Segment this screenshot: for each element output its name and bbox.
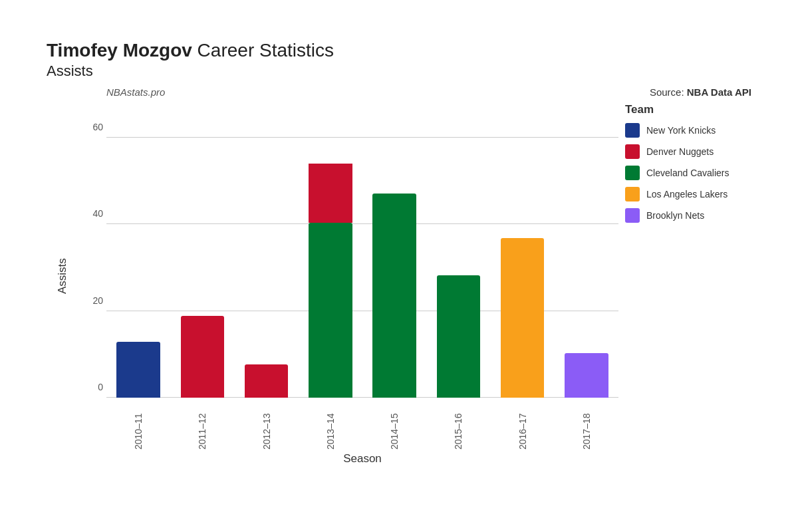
legend-swatch [625,187,640,201]
x-tick-label: 2011–12 [197,403,207,450]
legend-item: Cleveland Cavaliers [625,166,751,180]
bar-segment [372,194,416,398]
chart-container: Timofey Mozgov Career Statistics Assists… [33,20,765,512]
legend-label: Denver Nuggets [646,146,714,157]
watermark-left: NBAstats.pro [106,86,165,98]
bar-segment [309,164,352,223]
bar-group [555,103,618,398]
legend-item: Brooklyn Nets [625,208,751,223]
legend-label: Cleveland Cavaliers [646,168,730,178]
bar-segment [437,275,480,398]
title-regular: Career Statistics [192,40,334,61]
title-block: Timofey Mozgov Career Statistics Assists [47,40,751,80]
x-tick: 2013–14 [299,403,362,450]
bar-group [491,103,555,398]
x-tick: 2017–18 [555,403,618,450]
x-axis-title: Season [106,452,618,466]
bar-group [426,103,490,398]
watermark-bold: NBA Data API [687,86,751,98]
bars-row [106,103,618,398]
x-tick-label: 2013–14 [325,403,336,450]
y-tick-label: 40 [92,208,103,219]
x-tick: 2016–17 [491,403,555,450]
bar-segment [245,364,288,398]
plot-and-legend: 0204060 2010–112011–122012–132013–142014… [73,103,751,466]
legend: Team New York KnicksDenver NuggetsClevel… [618,103,751,466]
y-tick-label: 60 [92,122,103,132]
bar-stack [437,275,480,398]
legend-label: Brooklyn Nets [646,210,704,221]
bar-stack [116,342,160,398]
y-tick-label: 0 [98,382,103,392]
x-tick: 2014–15 [362,403,426,450]
legend-title: Team [625,103,751,116]
x-tick: 2011–12 [170,403,234,450]
source-watermark: NBAstats.pro Source: NBA Data API [73,86,751,98]
x-tick-label: 2016–17 [517,403,528,450]
legend-swatch [625,123,640,138]
bar-stack [245,364,288,398]
bar-segment [116,342,160,398]
bar-stack [309,164,352,398]
legend-items: New York KnicksDenver NuggetsCleveland C… [625,123,751,223]
bar-segment [501,238,544,398]
bar-stack [372,194,416,398]
legend-item: Denver Nuggets [625,144,751,159]
bar-segment [565,353,608,398]
x-tick-label: 2010–11 [133,403,144,450]
watermark-right: Source: NBA Data API [650,86,751,98]
x-tick: 2012–13 [235,403,299,450]
chart-area: Assists NBAstats.pro Source: NBA Data AP… [47,86,751,466]
chart-inner: NBAstats.pro Source: NBA Data API 020406… [73,86,751,466]
watermark-prefix: Source: [650,86,687,98]
legend-swatch [625,166,640,180]
grid-and-bars: 0204060 [106,103,618,398]
legend-swatch [625,144,640,159]
x-tick: 2015–16 [426,403,490,450]
y-tick-label: 20 [92,295,103,306]
plot-area: 0204060 2010–112011–122012–132013–142014… [73,103,618,466]
x-tick: 2010–11 [106,403,170,450]
legend-item: New York Knicks [625,123,751,138]
bar-segment [309,223,352,398]
bar-segment [181,316,224,398]
chart-subtitle: Assists [47,63,751,80]
x-axis-labels: 2010–112011–122012–132013–142014–152015–… [106,403,618,450]
x-tick-label: 2017–18 [581,403,592,450]
y-axis-label: Assists [47,86,73,466]
bar-group [106,103,170,398]
bar-stack [501,238,544,398]
x-tick-label: 2015–16 [453,403,464,450]
x-tick-label: 2014–15 [389,403,400,450]
legend-label: New York Knicks [646,125,716,136]
bar-group [362,103,426,398]
legend-swatch [625,208,640,223]
chart-title: Timofey Mozgov Career Statistics [47,40,751,61]
bar-group [299,103,362,398]
bar-group [235,103,299,398]
x-tick-label: 2012–13 [261,403,272,450]
bar-stack [565,353,608,398]
legend-label: Los Angeles Lakers [646,189,728,200]
bar-group [170,103,234,398]
bar-stack [181,316,224,398]
legend-item: Los Angeles Lakers [625,187,751,201]
title-bold: Timofey Mozgov [47,40,192,61]
